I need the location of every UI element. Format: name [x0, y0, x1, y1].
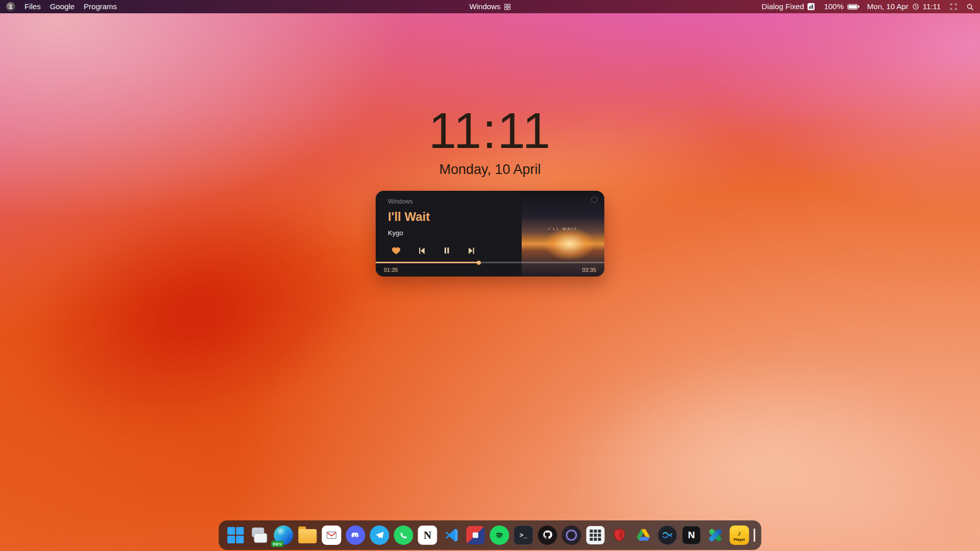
dock-item-cube-app[interactable] [465, 524, 486, 546]
active-app-indicator [754, 529, 755, 542]
dock-item-n-app[interactable]: N [681, 524, 702, 546]
telegram-icon [370, 525, 389, 545]
windows-logo-icon [228, 527, 244, 543]
dock-item-windows-start[interactable] [225, 524, 247, 546]
menu-google[interactable]: Google [50, 0, 75, 13]
menubar-date: Mon, 10 Apr [867, 0, 909, 13]
dock-item-terminal[interactable]: >_ [513, 524, 534, 546]
previous-icon [418, 246, 426, 255]
discord-icon [346, 525, 365, 545]
windows-grid-icon [504, 4, 510, 10]
google-drive-icon [636, 528, 651, 542]
edge-dev-badge: DEV [272, 541, 284, 547]
dock-item-spotify[interactable] [489, 524, 510, 546]
app-grid-icon [586, 526, 605, 544]
dock-item-telegram[interactable] [369, 524, 390, 546]
battery-percent: 100% [824, 0, 843, 13]
n-app-icon: N [682, 526, 701, 544]
media-player-icon: ♪ Player [730, 525, 749, 545]
pause-button[interactable] [443, 246, 451, 255]
clock-time: 11:11 [0, 102, 980, 160]
x-pinwheel-icon [706, 525, 725, 545]
folder-icon [299, 529, 317, 543]
fullscreen-icon [950, 3, 957, 10]
network-status[interactable]: Dialog Fixed [762, 0, 815, 13]
terminal-icon: >_ [514, 525, 533, 545]
dock-item-github[interactable] [537, 524, 558, 546]
dock-item-edge-dev[interactable]: DEV [273, 524, 295, 546]
battery-status[interactable]: 100% [824, 0, 857, 13]
search-button[interactable] [966, 3, 974, 11]
wave-app-icon [658, 525, 677, 545]
dock-item-discord[interactable] [345, 524, 366, 546]
player-label: Player [733, 537, 745, 542]
security-shield-icon [612, 527, 627, 543]
clock-date: Monday, 10 April [0, 162, 980, 178]
dock-item-notion[interactable]: N [417, 524, 438, 546]
heart-icon [391, 245, 401, 256]
loading-spinner-icon [591, 196, 598, 206]
dock-item-x-pinwheel[interactable] [705, 524, 726, 546]
dock-item-security[interactable] [609, 524, 630, 546]
dock-item-wave-app[interactable] [657, 524, 678, 546]
mail-icon [322, 525, 341, 545]
dock-item-task-view[interactable] [249, 524, 271, 546]
github-icon [538, 525, 557, 545]
spotify-icon [490, 525, 509, 545]
dock: DEV N [219, 520, 762, 550]
person-icon [8, 4, 14, 10]
pause-icon [443, 246, 451, 255]
next-icon [467, 246, 476, 255]
music-player-widget: I'LL WAIT Windows I'll Wait Kygo [376, 191, 604, 277]
ring-app-icon [562, 525, 581, 545]
cube-app-icon [467, 526, 485, 544]
progress-bar[interactable] [376, 262, 604, 263]
task-view-icon [251, 527, 269, 544]
dock-item-whatsapp[interactable] [393, 524, 414, 546]
elapsed-time: 01:35 [384, 267, 398, 273]
whatsapp-icon [394, 525, 413, 545]
dock-item-media-player[interactable]: ♪ Player [729, 524, 750, 546]
next-track-button[interactable] [467, 246, 476, 255]
active-window-label: Windows [470, 0, 501, 13]
progress-fill [376, 262, 479, 263]
previous-track-button[interactable] [418, 246, 426, 255]
desktop-clock-widget: 11:11 Monday, 10 April [0, 102, 980, 178]
clock-icon [912, 3, 919, 10]
dock-item-ring-app[interactable] [561, 524, 582, 546]
dock-item-app-grid[interactable] [585, 524, 606, 546]
dock-item-google-drive[interactable] [633, 524, 654, 546]
menubar-time: 11:11 [923, 0, 941, 13]
search-icon [966, 3, 974, 11]
track-title: I'll Wait [388, 210, 604, 224]
vscode-icon [444, 527, 460, 543]
menubar: Files Google Programs Windows Dialog Fix… [0, 0, 980, 13]
network-label: Dialog Fixed [762, 0, 804, 13]
player-source-label: Windows [388, 198, 604, 205]
total-time: 03:35 [582, 267, 596, 273]
signal-icon [807, 3, 815, 10]
notion-icon: N [418, 525, 437, 545]
datetime-status[interactable]: Mon, 10 Apr 11:11 [867, 0, 941, 13]
menu-programs[interactable]: Programs [84, 0, 117, 13]
dock-item-vscode[interactable] [441, 524, 462, 546]
active-window-menu[interactable]: Windows [470, 0, 511, 13]
menu-files[interactable]: Files [24, 0, 41, 13]
music-note-icon: ♪ [738, 529, 742, 537]
favorite-button[interactable] [391, 245, 401, 256]
progress-knob[interactable] [477, 261, 481, 265]
dock-item-file-explorer[interactable] [297, 524, 318, 546]
user-avatar[interactable] [6, 2, 15, 11]
dock-item-mail[interactable] [321, 524, 342, 546]
fullscreen-button[interactable] [950, 3, 957, 10]
track-artist: Kygo [388, 229, 604, 237]
battery-icon [847, 4, 858, 10]
